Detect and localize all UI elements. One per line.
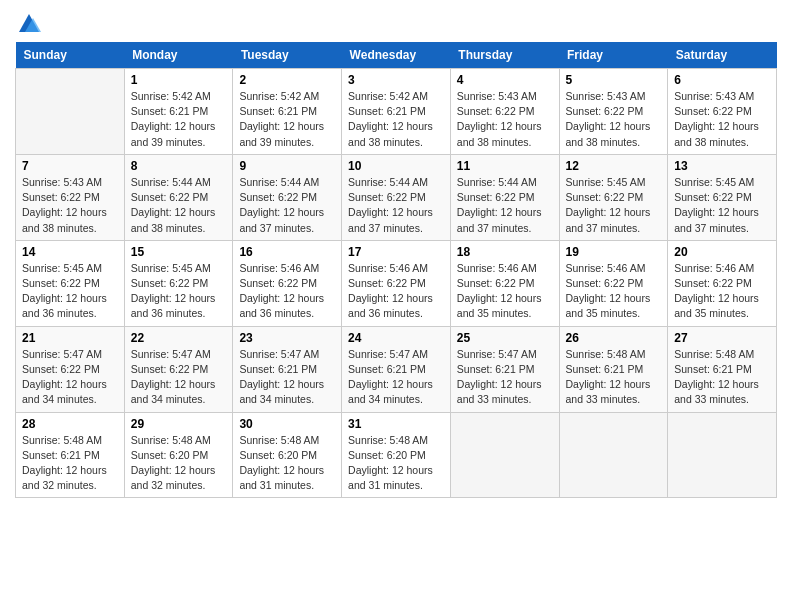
day-number: 20	[674, 245, 770, 259]
day-number: 3	[348, 73, 444, 87]
calendar-week-row: 21Sunrise: 5:47 AMSunset: 6:22 PMDayligh…	[16, 326, 777, 412]
page-header	[15, 10, 777, 38]
calendar-cell: 6Sunrise: 5:43 AMSunset: 6:22 PMDaylight…	[668, 69, 777, 155]
header-wednesday: Wednesday	[342, 42, 451, 69]
day-info: Sunrise: 5:47 AMSunset: 6:22 PMDaylight:…	[22, 347, 118, 408]
header-thursday: Thursday	[450, 42, 559, 69]
day-number: 22	[131, 331, 227, 345]
day-number: 2	[239, 73, 335, 87]
day-number: 15	[131, 245, 227, 259]
calendar-cell: 22Sunrise: 5:47 AMSunset: 6:22 PMDayligh…	[124, 326, 233, 412]
day-number: 11	[457, 159, 553, 173]
day-info: Sunrise: 5:43 AMSunset: 6:22 PMDaylight:…	[674, 89, 770, 150]
day-number: 8	[131, 159, 227, 173]
day-number: 5	[566, 73, 662, 87]
header-tuesday: Tuesday	[233, 42, 342, 69]
calendar-cell: 14Sunrise: 5:45 AMSunset: 6:22 PMDayligh…	[16, 240, 125, 326]
day-info: Sunrise: 5:46 AMSunset: 6:22 PMDaylight:…	[674, 261, 770, 322]
day-number: 29	[131, 417, 227, 431]
day-number: 9	[239, 159, 335, 173]
day-info: Sunrise: 5:43 AMSunset: 6:22 PMDaylight:…	[457, 89, 553, 150]
day-info: Sunrise: 5:47 AMSunset: 6:21 PMDaylight:…	[239, 347, 335, 408]
day-number: 12	[566, 159, 662, 173]
day-info: Sunrise: 5:45 AMSunset: 6:22 PMDaylight:…	[22, 261, 118, 322]
day-info: Sunrise: 5:45 AMSunset: 6:22 PMDaylight:…	[566, 175, 662, 236]
day-info: Sunrise: 5:48 AMSunset: 6:21 PMDaylight:…	[674, 347, 770, 408]
day-info: Sunrise: 5:46 AMSunset: 6:22 PMDaylight:…	[348, 261, 444, 322]
calendar-cell: 21Sunrise: 5:47 AMSunset: 6:22 PMDayligh…	[16, 326, 125, 412]
calendar-cell: 3Sunrise: 5:42 AMSunset: 6:21 PMDaylight…	[342, 69, 451, 155]
calendar-week-row: 28Sunrise: 5:48 AMSunset: 6:21 PMDayligh…	[16, 412, 777, 498]
day-info: Sunrise: 5:45 AMSunset: 6:22 PMDaylight:…	[674, 175, 770, 236]
header-monday: Monday	[124, 42, 233, 69]
calendar-cell: 12Sunrise: 5:45 AMSunset: 6:22 PMDayligh…	[559, 154, 668, 240]
day-number: 4	[457, 73, 553, 87]
day-number: 23	[239, 331, 335, 345]
calendar-cell: 15Sunrise: 5:45 AMSunset: 6:22 PMDayligh…	[124, 240, 233, 326]
day-number: 25	[457, 331, 553, 345]
calendar-week-row: 7Sunrise: 5:43 AMSunset: 6:22 PMDaylight…	[16, 154, 777, 240]
calendar-cell: 2Sunrise: 5:42 AMSunset: 6:21 PMDaylight…	[233, 69, 342, 155]
calendar-cell	[16, 69, 125, 155]
calendar-week-row: 1Sunrise: 5:42 AMSunset: 6:21 PMDaylight…	[16, 69, 777, 155]
logo-icon	[15, 10, 43, 38]
calendar-cell: 10Sunrise: 5:44 AMSunset: 6:22 PMDayligh…	[342, 154, 451, 240]
day-number: 16	[239, 245, 335, 259]
day-info: Sunrise: 5:48 AMSunset: 6:21 PMDaylight:…	[22, 433, 118, 494]
day-number: 1	[131, 73, 227, 87]
calendar-cell	[668, 412, 777, 498]
calendar-cell: 25Sunrise: 5:47 AMSunset: 6:21 PMDayligh…	[450, 326, 559, 412]
logo	[15, 10, 47, 38]
calendar-cell: 4Sunrise: 5:43 AMSunset: 6:22 PMDaylight…	[450, 69, 559, 155]
day-info: Sunrise: 5:44 AMSunset: 6:22 PMDaylight:…	[131, 175, 227, 236]
day-number: 17	[348, 245, 444, 259]
day-info: Sunrise: 5:47 AMSunset: 6:21 PMDaylight:…	[457, 347, 553, 408]
day-info: Sunrise: 5:46 AMSunset: 6:22 PMDaylight:…	[566, 261, 662, 322]
day-info: Sunrise: 5:43 AMSunset: 6:22 PMDaylight:…	[22, 175, 118, 236]
day-number: 30	[239, 417, 335, 431]
calendar-cell	[559, 412, 668, 498]
day-info: Sunrise: 5:44 AMSunset: 6:22 PMDaylight:…	[457, 175, 553, 236]
day-number: 21	[22, 331, 118, 345]
calendar-cell: 30Sunrise: 5:48 AMSunset: 6:20 PMDayligh…	[233, 412, 342, 498]
calendar-cell: 18Sunrise: 5:46 AMSunset: 6:22 PMDayligh…	[450, 240, 559, 326]
day-number: 13	[674, 159, 770, 173]
day-number: 19	[566, 245, 662, 259]
day-info: Sunrise: 5:42 AMSunset: 6:21 PMDaylight:…	[348, 89, 444, 150]
calendar-cell: 8Sunrise: 5:44 AMSunset: 6:22 PMDaylight…	[124, 154, 233, 240]
day-info: Sunrise: 5:47 AMSunset: 6:21 PMDaylight:…	[348, 347, 444, 408]
header-sunday: Sunday	[16, 42, 125, 69]
day-info: Sunrise: 5:42 AMSunset: 6:21 PMDaylight:…	[239, 89, 335, 150]
day-info: Sunrise: 5:48 AMSunset: 6:21 PMDaylight:…	[566, 347, 662, 408]
calendar-header-row: SundayMondayTuesdayWednesdayThursdayFrid…	[16, 42, 777, 69]
day-number: 28	[22, 417, 118, 431]
calendar-cell: 23Sunrise: 5:47 AMSunset: 6:21 PMDayligh…	[233, 326, 342, 412]
day-number: 24	[348, 331, 444, 345]
calendar-cell: 5Sunrise: 5:43 AMSunset: 6:22 PMDaylight…	[559, 69, 668, 155]
calendar-cell: 24Sunrise: 5:47 AMSunset: 6:21 PMDayligh…	[342, 326, 451, 412]
calendar-cell: 7Sunrise: 5:43 AMSunset: 6:22 PMDaylight…	[16, 154, 125, 240]
calendar-cell: 20Sunrise: 5:46 AMSunset: 6:22 PMDayligh…	[668, 240, 777, 326]
calendar-cell: 31Sunrise: 5:48 AMSunset: 6:20 PMDayligh…	[342, 412, 451, 498]
calendar-cell: 17Sunrise: 5:46 AMSunset: 6:22 PMDayligh…	[342, 240, 451, 326]
calendar-cell: 1Sunrise: 5:42 AMSunset: 6:21 PMDaylight…	[124, 69, 233, 155]
header-saturday: Saturday	[668, 42, 777, 69]
day-info: Sunrise: 5:48 AMSunset: 6:20 PMDaylight:…	[348, 433, 444, 494]
day-info: Sunrise: 5:43 AMSunset: 6:22 PMDaylight:…	[566, 89, 662, 150]
day-number: 14	[22, 245, 118, 259]
calendar-cell: 11Sunrise: 5:44 AMSunset: 6:22 PMDayligh…	[450, 154, 559, 240]
day-info: Sunrise: 5:46 AMSunset: 6:22 PMDaylight:…	[239, 261, 335, 322]
calendar-cell: 13Sunrise: 5:45 AMSunset: 6:22 PMDayligh…	[668, 154, 777, 240]
calendar-cell: 19Sunrise: 5:46 AMSunset: 6:22 PMDayligh…	[559, 240, 668, 326]
calendar-cell: 26Sunrise: 5:48 AMSunset: 6:21 PMDayligh…	[559, 326, 668, 412]
day-info: Sunrise: 5:48 AMSunset: 6:20 PMDaylight:…	[131, 433, 227, 494]
day-number: 7	[22, 159, 118, 173]
day-info: Sunrise: 5:44 AMSunset: 6:22 PMDaylight:…	[239, 175, 335, 236]
day-number: 26	[566, 331, 662, 345]
day-number: 10	[348, 159, 444, 173]
calendar-cell: 9Sunrise: 5:44 AMSunset: 6:22 PMDaylight…	[233, 154, 342, 240]
calendar-table: SundayMondayTuesdayWednesdayThursdayFrid…	[15, 42, 777, 498]
calendar-week-row: 14Sunrise: 5:45 AMSunset: 6:22 PMDayligh…	[16, 240, 777, 326]
day-info: Sunrise: 5:44 AMSunset: 6:22 PMDaylight:…	[348, 175, 444, 236]
day-info: Sunrise: 5:46 AMSunset: 6:22 PMDaylight:…	[457, 261, 553, 322]
